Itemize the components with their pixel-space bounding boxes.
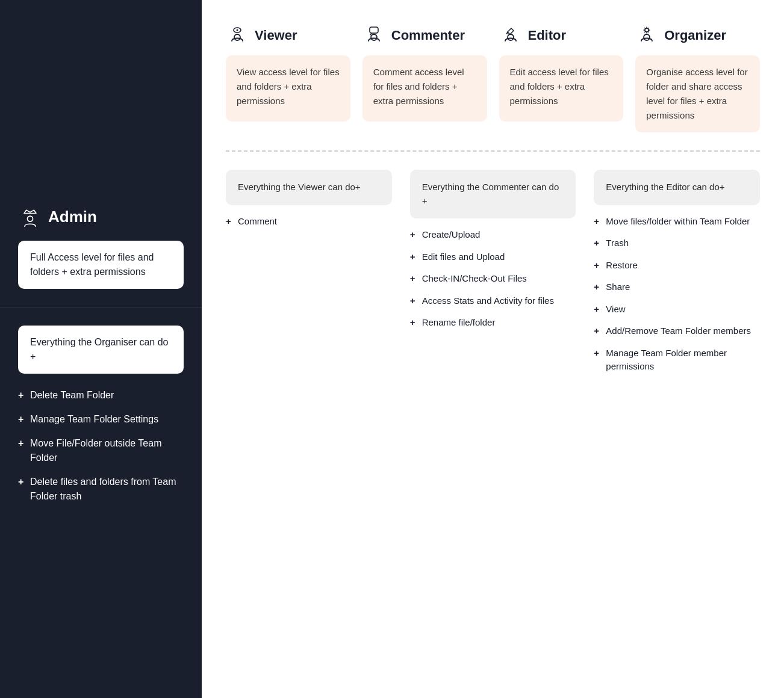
list-item: Share bbox=[594, 280, 760, 294]
organizer-perms-column: Everything the Editor can do+ Move files… bbox=[594, 170, 760, 382]
svg-rect-5 bbox=[370, 27, 378, 33]
list-item: Create/Upload bbox=[410, 228, 576, 242]
editor-desc: Edit access level for files and folders … bbox=[499, 55, 624, 122]
list-item: Check-IN/Check-Out Files bbox=[410, 272, 576, 286]
editor-header: Editor bbox=[499, 24, 624, 47]
main-content: Viewer View access level for files and f… bbox=[202, 0, 784, 698]
admin-icon bbox=[18, 205, 42, 229]
list-item: Comment bbox=[226, 215, 392, 229]
editor-perms-column: Everything the Commenter can do + Create… bbox=[410, 170, 576, 338]
commenter-title: Commenter bbox=[391, 28, 465, 43]
organizer-title: Organizer bbox=[664, 28, 726, 43]
commenter-perm-list: Comment bbox=[226, 215, 392, 237]
admin-feature-list: Delete Team Folder Manage Team Folder Se… bbox=[18, 388, 184, 504]
organizer-base-box: Everything the Editor can do+ bbox=[594, 170, 760, 205]
list-item: Restore bbox=[594, 259, 760, 273]
list-item: Move File/Folder outside Team Folder bbox=[18, 436, 184, 465]
svg-point-6 bbox=[508, 34, 514, 40]
commenter-header: Commenter bbox=[362, 24, 487, 47]
viewer-icon bbox=[226, 24, 249, 47]
role-card-organizer: Organizer Organise access level for fold… bbox=[635, 24, 760, 132]
role-card-commenter: Commenter Comment access level for files… bbox=[362, 24, 487, 132]
viewer-header: Viewer bbox=[226, 24, 350, 47]
list-item: Manage Team Folder member permissions bbox=[594, 347, 760, 374]
organizer-icon bbox=[635, 24, 658, 47]
admin-section: Admin Full Access level for files and fo… bbox=[0, 0, 202, 307]
editor-title: Editor bbox=[528, 28, 567, 43]
roles-section: Viewer View access level for files and f… bbox=[202, 0, 784, 150]
list-item: Delete files and folders from Team Folde… bbox=[18, 475, 184, 504]
list-item: Access Stats and Activity for files bbox=[410, 294, 576, 308]
commenter-desc: Comment access level for files and folde… bbox=[362, 55, 487, 122]
admin-header: Admin bbox=[18, 205, 184, 229]
list-item: Manage Team Folder Settings bbox=[18, 412, 184, 427]
admin-access-box: Full Access level for files and folders … bbox=[18, 241, 184, 289]
list-item: Edit files and Upload bbox=[410, 250, 576, 264]
organiser-box: Everything the Organiser can do + bbox=[18, 326, 184, 374]
admin-title: Admin bbox=[48, 208, 97, 226]
list-item: Trash bbox=[594, 236, 760, 250]
editor-perm-list: Create/Upload Edit files and Upload Chec… bbox=[410, 228, 576, 338]
editor-icon bbox=[499, 24, 522, 47]
role-card-viewer: Viewer View access level for files and f… bbox=[226, 24, 350, 132]
svg-point-1 bbox=[234, 34, 240, 40]
list-item: View bbox=[594, 303, 760, 317]
svg-point-4 bbox=[371, 34, 377, 40]
role-card-editor: Editor Edit access level for files and f… bbox=[499, 24, 624, 132]
svg-point-0 bbox=[27, 216, 33, 221]
commenter-base-box: Everything the Viewer can do+ bbox=[226, 170, 392, 205]
viewer-desc: View access level for files and folders … bbox=[226, 55, 350, 122]
svg-point-7 bbox=[644, 34, 650, 40]
organizer-perm-list: Move files/folder within Team Folder Tra… bbox=[594, 215, 760, 382]
list-item: Move files/folder within Team Folder bbox=[594, 215, 760, 229]
sidebar: Admin Full Access level for files and fo… bbox=[0, 0, 202, 698]
editor-base-box: Everything the Commenter can do + bbox=[410, 170, 576, 218]
commenter-perms-column: Everything the Viewer can do+ Comment bbox=[226, 170, 392, 236]
svg-point-3 bbox=[237, 29, 238, 31]
list-item: Rename file/folder bbox=[410, 316, 576, 330]
organizer-desc: Organise access level for folder and sha… bbox=[635, 55, 760, 132]
organizer-header: Organizer bbox=[635, 24, 760, 47]
list-item: Add/Remove Team Folder members bbox=[594, 324, 760, 338]
permissions-section: Everything the Viewer can do+ Comment Ev… bbox=[202, 152, 784, 406]
list-item: Delete Team Folder bbox=[18, 388, 184, 403]
admin-features-section: Everything the Organiser can do + Delete… bbox=[0, 307, 202, 698]
viewer-title: Viewer bbox=[255, 28, 297, 43]
commenter-icon bbox=[362, 24, 385, 47]
